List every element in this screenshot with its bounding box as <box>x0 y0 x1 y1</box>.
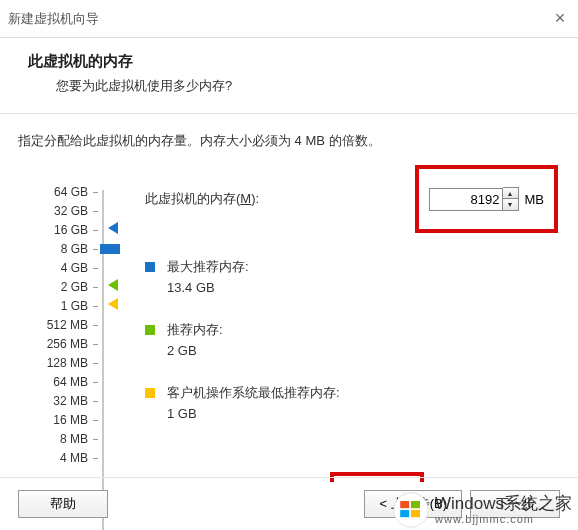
legend-max-label: 最大推荐内存: <box>167 258 249 276</box>
square-yellow-icon <box>145 388 155 398</box>
legend-rec-label: 推荐内存: <box>167 321 223 339</box>
slider-tick: 2 GB <box>18 277 118 296</box>
legend-min-label: 客户机操作系统最低推荐内存: <box>167 384 340 402</box>
watermark-url: www.bjjmmc.com <box>435 513 572 525</box>
help-button[interactable]: 帮助 <box>18 490 108 518</box>
svg-rect-4 <box>411 510 420 517</box>
slider-tick: 64 MB <box>18 372 118 391</box>
watermark: Windows系统之家 www.bjjmmc.com <box>393 492 572 528</box>
slider-tick: 16 MB <box>18 410 118 429</box>
memory-input-highlight: ▲ ▼ MB <box>415 165 559 233</box>
slider-tick: 512 MB <box>18 315 118 334</box>
page-title: 此虚拟机的内存 <box>28 52 560 71</box>
page-subtitle: 您要为此虚拟机使用多少内存? <box>28 77 560 95</box>
memory-input[interactable] <box>429 188 503 211</box>
spinner-up-icon[interactable]: ▲ <box>503 188 518 199</box>
slider-tick: 32 GB <box>18 201 118 220</box>
memory-slider[interactable]: 64 GB 32 GB 16 GB 8 GB 4 GB 2 GB 1 GB 51… <box>18 182 118 467</box>
svg-rect-2 <box>411 501 420 508</box>
memory-spinner[interactable]: ▲ ▼ <box>503 187 519 211</box>
legend-min-value: 1 GB <box>167 406 340 421</box>
slider-tick: 16 GB <box>18 220 118 239</box>
slider-tick: 1 GB <box>18 296 118 315</box>
memory-unit: MB <box>525 192 545 207</box>
watermark-brand: Windows系统之家 <box>435 495 572 514</box>
legend-max-value: 13.4 GB <box>167 280 249 295</box>
description-text: 指定分配给此虚拟机的内存量。内存大小必须为 4 MB 的倍数。 <box>0 114 578 150</box>
slider-tick: 4 MB <box>18 448 118 467</box>
memory-label: 此虚拟机的内存(M): <box>145 190 259 208</box>
spinner-down-icon[interactable]: ▼ <box>503 199 518 210</box>
svg-rect-1 <box>400 501 409 508</box>
slider-tick: 32 MB <box>18 391 118 410</box>
header: 此虚拟机的内存 您要为此虚拟机使用多少内存? <box>0 38 578 114</box>
slider-tick: 8 GB <box>18 239 118 258</box>
titlebar: 新建虚拟机向导 × <box>0 0 578 38</box>
slider-tick: 4 GB <box>18 258 118 277</box>
legend: 最大推荐内存: 13.4 GB 推荐内存: 2 GB 客户机操作系统最低推荐内存… <box>145 258 340 447</box>
square-green-icon <box>145 325 155 335</box>
close-icon[interactable]: × <box>552 11 568 27</box>
svg-rect-3 <box>400 510 409 517</box>
slider-tick: 64 GB <box>18 182 118 201</box>
slider-tick: 128 MB <box>18 353 118 372</box>
windows-logo-icon <box>393 492 429 528</box>
window-title: 新建虚拟机向导 <box>8 10 99 28</box>
legend-max: 最大推荐内存: 13.4 GB <box>145 258 340 295</box>
legend-rec-value: 2 GB <box>167 343 223 358</box>
legend-min: 客户机操作系统最低推荐内存: 1 GB <box>145 384 340 421</box>
square-blue-icon <box>145 262 155 272</box>
legend-rec: 推荐内存: 2 GB <box>145 321 340 358</box>
slider-tick: 8 MB <box>18 429 118 448</box>
slider-tick: 256 MB <box>18 334 118 353</box>
